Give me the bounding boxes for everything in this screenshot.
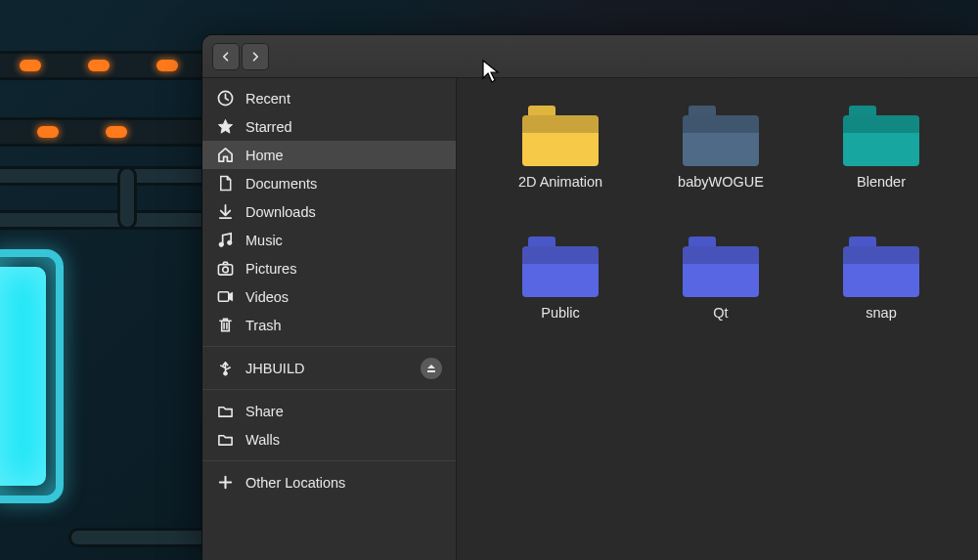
music-icon (216, 232, 234, 249)
folder-item[interactable]: Public (482, 237, 639, 321)
folder-name: babyWOGUE (678, 174, 764, 190)
sidebar-item-label: Other Locations (245, 475, 345, 491)
sidebar-item-label: Music (245, 233, 283, 248)
folder-item[interactable]: babyWOGUE (643, 106, 799, 190)
folder-item[interactable]: 2D Animation (482, 106, 639, 190)
folder-name: Blender (857, 174, 906, 190)
trash-icon (216, 317, 234, 334)
sidebar-item-recent[interactable]: Recent (202, 84, 456, 112)
folder-icon (522, 106, 599, 166)
doc-icon (216, 175, 234, 193)
headerbar (202, 35, 978, 78)
sidebar-item-label: Recent (245, 91, 290, 107)
folder-item[interactable]: snap (803, 237, 959, 321)
sidebar-item-home[interactable]: Home (202, 141, 456, 169)
folder-icon (843, 237, 919, 297)
chevron-left-icon (220, 51, 232, 63)
sidebar: RecentStarredHomeDocumentsDownloadsMusic… (202, 78, 457, 560)
eject-button[interactable] (421, 358, 442, 379)
plus-icon (216, 474, 234, 492)
file-manager-window: RecentStarredHomeDocumentsDownloadsMusic… (202, 35, 978, 560)
down-icon (216, 203, 234, 221)
star-icon (216, 118, 234, 136)
sidebar-item-videos[interactable]: Videos (202, 282, 456, 311)
sidebar-item-documents[interactable]: Documents (202, 169, 456, 197)
content-pane[interactable]: 2D AnimationbabyWOGUEBlenderPublicQtsnap (457, 78, 978, 560)
sidebar-item-pictures[interactable]: Pictures (202, 254, 456, 282)
folder-icon (683, 237, 759, 297)
sidebar-separator (202, 346, 456, 347)
folder-name: snap (866, 305, 896, 321)
folder-name: 2D Animation (518, 174, 602, 190)
sidebar-item-downloads[interactable]: Downloads (202, 197, 456, 226)
folder-name: Public (541, 305, 580, 321)
folder-icon (216, 431, 234, 449)
folder-icon (216, 403, 234, 420)
sidebar-item-label: Trash (245, 318, 282, 333)
video-icon (216, 288, 234, 306)
folder-item[interactable]: Qt (643, 237, 799, 321)
home-icon (216, 147, 234, 164)
sidebar-item-label: Downloads (245, 204, 316, 220)
chevron-right-icon (249, 51, 261, 63)
sidebar-item-label: Share (245, 404, 284, 419)
sidebar-item-label: Home (245, 148, 284, 163)
sidebar-item-label: Pictures (245, 261, 296, 277)
sidebar-item-label: Documents (245, 176, 317, 192)
folder-name: Qt (713, 305, 728, 321)
sidebar-item-other[interactable]: Other Locations (202, 468, 456, 496)
folder-grid: 2D AnimationbabyWOGUEBlenderPublicQtsnap (482, 106, 953, 321)
back-button[interactable] (212, 43, 240, 70)
sidebar-item-label: Videos (245, 289, 289, 305)
sidebar-item-walls[interactable]: Walls (202, 425, 456, 453)
sidebar-item-share[interactable]: Share (202, 397, 456, 425)
sidebar-item-label: Starred (245, 119, 292, 135)
sidebar-separator (202, 460, 456, 461)
sidebar-item-label: JHBUILD (245, 361, 304, 376)
camera-icon (216, 260, 234, 278)
sidebar-item-music[interactable]: Music (202, 226, 456, 254)
usb-icon (216, 360, 234, 377)
folder-icon (843, 106, 919, 166)
sidebar-item-label: Walls (245, 432, 280, 448)
forward-button[interactable] (242, 43, 269, 70)
clock-icon (216, 90, 234, 108)
folder-icon (683, 106, 759, 166)
sidebar-separator (202, 389, 456, 390)
sidebar-item-jhbuild[interactable]: JHBUILD (202, 354, 456, 382)
folder-icon (522, 237, 599, 297)
sidebar-item-starred[interactable]: Starred (202, 112, 456, 141)
sidebar-item-trash[interactable]: Trash (202, 311, 456, 339)
folder-item[interactable]: Blender (803, 106, 959, 190)
